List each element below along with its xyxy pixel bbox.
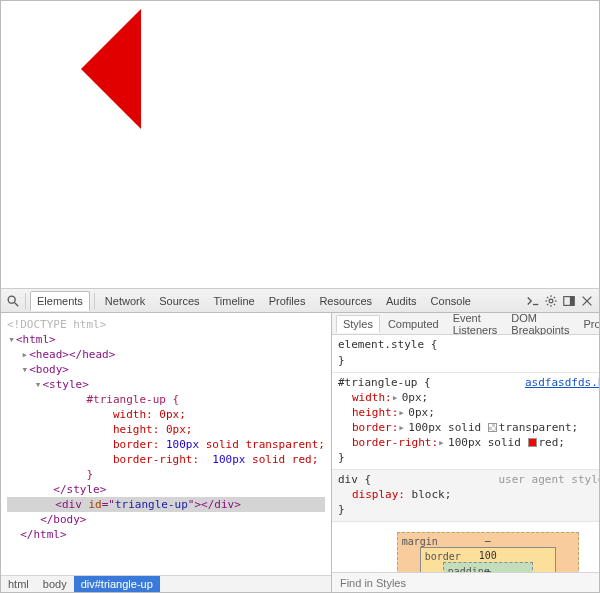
dom-node[interactable]: </body> <box>40 513 86 526</box>
box-model-value: – <box>485 533 491 548</box>
dom-node[interactable]: <body> <box>29 363 69 376</box>
svg-line-1 <box>15 302 19 306</box>
rule-source-ua: user agent stylesheet <box>498 472 600 487</box>
css-text: } <box>7 467 325 482</box>
subtab-event-listeners[interactable]: Event Listeners <box>447 310 504 338</box>
rule-selector: div { <box>338 472 371 487</box>
dom-node[interactable]: </style> <box>53 483 106 496</box>
tab-timeline[interactable]: Timeline <box>208 292 261 310</box>
twisty-icon[interactable]: ▸ <box>20 347 29 362</box>
box-model-value: 100 <box>479 548 497 563</box>
style-rule-user-agent[interactable]: div { user agent stylesheet display: blo… <box>332 470 600 522</box>
style-rule-element-style[interactable]: element.style { ＋ } <box>332 335 600 373</box>
expand-icon[interactable]: ▸ <box>398 420 406 435</box>
css-declaration[interactable]: border-right:▸100px solid red; <box>338 435 600 450</box>
css-declaration: display: block; <box>338 487 600 502</box>
subtab-computed[interactable]: Computed <box>382 316 445 332</box>
svg-line-10 <box>554 296 555 297</box>
css-text: border: 100px solid transparent; <box>7 437 325 452</box>
subtab-styles[interactable]: Styles <box>336 315 380 333</box>
rendered-triangle <box>81 9 141 129</box>
rule-close-brace: } <box>338 353 600 368</box>
rule-selector: #triangle-up { <box>338 375 431 390</box>
tab-network[interactable]: Network <box>99 292 151 310</box>
svg-line-8 <box>547 296 548 297</box>
color-swatch-red[interactable] <box>528 438 537 447</box>
styles-panel: element.style { ＋ } #triangle-up { asd <box>332 335 600 572</box>
dom-node[interactable]: <html> <box>16 333 56 346</box>
expand-icon[interactable]: ▸ <box>392 390 400 405</box>
css-declaration[interactable]: border:▸100px solid transparent; <box>338 420 600 435</box>
styles-tabbar: Styles Computed Event Listeners DOM Brea… <box>332 313 600 335</box>
rule-source-link[interactable]: asdfasdfds.html:5 <box>525 375 600 390</box>
css-text: width: 0px; <box>7 407 325 422</box>
tab-resources[interactable]: Resources <box>313 292 378 310</box>
svg-rect-13 <box>570 296 574 305</box>
svg-point-3 <box>549 299 553 303</box>
svg-line-9 <box>554 303 555 304</box>
dom-node[interactable]: </html> <box>20 528 66 541</box>
find-in-styles-input[interactable] <box>338 576 600 590</box>
css-text: #triangle-up { <box>7 392 325 407</box>
tab-audits[interactable]: Audits <box>380 292 423 310</box>
tab-sources[interactable]: Sources <box>153 292 205 310</box>
css-text: border-right: 100px solid red; <box>7 452 325 467</box>
page-viewport <box>1 1 599 289</box>
dock-icon[interactable] <box>561 293 577 309</box>
svg-point-0 <box>8 296 15 303</box>
dom-node[interactable]: <head></head> <box>29 348 115 361</box>
search-icon[interactable] <box>5 293 21 309</box>
console-drawer-icon[interactable] <box>525 293 541 309</box>
style-rule-triangle-up[interactable]: #triangle-up { asdfasdfds.html:5 width:▸… <box>332 373 600 470</box>
dom-node-selected[interactable]: <div id="triangle-up"></div> <box>7 497 325 512</box>
gear-icon[interactable] <box>543 293 559 309</box>
subtab-dom-breakpoints[interactable]: DOM Breakpoints <box>505 310 575 338</box>
subtab-properties[interactable]: Properties <box>577 316 600 332</box>
breadcrumb-item-html[interactable]: html <box>1 576 36 592</box>
css-text: height: 0px; <box>7 422 325 437</box>
expand-icon[interactable]: ▸ <box>398 405 406 420</box>
twisty-icon[interactable]: ▾ <box>7 332 16 347</box>
dom-tree[interactable]: <!DOCTYPE html> ▾<html> ▸<head></head> ▾… <box>1 313 331 575</box>
tab-elements[interactable]: Elements <box>30 291 90 311</box>
dom-node[interactable]: <style> <box>43 378 89 391</box>
close-icon[interactable] <box>579 293 595 309</box>
box-model-diagram: margin – – – – border 100 100 100 100 <box>332 522 600 572</box>
color-swatch-transparent[interactable] <box>488 423 497 432</box>
find-in-styles-bar <box>332 572 600 592</box>
breadcrumb-item-div[interactable]: div#triangle-up <box>74 576 160 592</box>
rule-close-brace: } <box>338 450 600 465</box>
twisty-icon[interactable]: ▾ <box>20 362 29 377</box>
css-declaration[interactable]: width:▸0px; <box>338 390 600 405</box>
tab-profiles[interactable]: Profiles <box>263 292 312 310</box>
box-model-value: – <box>485 563 491 572</box>
tab-console[interactable]: Console <box>425 292 477 310</box>
box-model-padding-label: padding <box>448 564 490 572</box>
breadcrumb-item-body[interactable]: body <box>36 576 74 592</box>
rule-selector: element.style { <box>338 337 437 353</box>
expand-icon[interactable]: ▸ <box>438 435 446 450</box>
rule-close-brace: } <box>338 502 600 517</box>
breadcrumb: html body div#triangle-up <box>1 575 331 592</box>
dom-doctype: <!DOCTYPE html> <box>7 318 106 331</box>
svg-line-11 <box>547 303 548 304</box>
twisty-icon[interactable]: ▾ <box>34 377 43 392</box>
css-declaration[interactable]: height:▸0px; <box>338 405 600 420</box>
